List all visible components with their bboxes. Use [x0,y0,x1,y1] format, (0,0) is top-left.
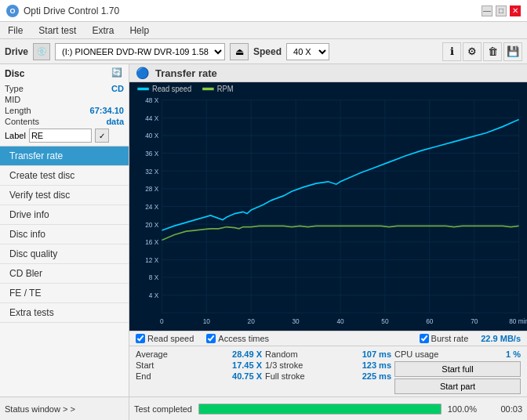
nav-label-create-test-disc: Create test disc [9,170,75,181]
access-times-checkbox-label[interactable]: Access times [206,334,269,343]
average-value: 28.49 X [232,349,262,359]
menu-help[interactable]: Help [126,24,152,37]
access-times-label: Access times [218,334,269,343]
disc-refresh-button[interactable]: 🔄 [111,67,124,80]
disc-label-input[interactable] [29,129,92,143]
burst-rate-value: 22.9 MB/s [481,334,521,343]
title-bar-left: O Opti Drive Control 1.70 [6,5,119,17]
status-text: Test completed [134,404,192,414]
start-part-button[interactable]: Start part [394,378,521,394]
stats-col-1: Average 28.49 X Start 17.45 X End 40.75 … [136,349,262,382]
cpu-usage-label: CPU usage [394,349,438,359]
read-speed-checkbox-label[interactable]: Read speed [136,334,194,343]
drive-icon: 💿 [33,43,50,60]
toolbar-btn-4[interactable]: 💾 [503,42,522,61]
menu-file[interactable]: File [5,24,26,37]
start-label: Start [136,360,154,370]
nav-item-extra-tests[interactable]: Extra tests [0,303,129,323]
full-stroke-value: 225 ms [362,371,391,381]
title-bar-text: Opti Drive Control 1.70 [24,5,119,16]
drive-bar: Drive 💿 (I:) PIONEER DVD-RW DVR-109 1.58… [0,39,527,64]
svg-text:36 X: 36 X [145,150,158,158]
title-bar-controls: — □ ✕ [482,5,521,16]
chart-title-bar: 🔵 Transfer rate [129,64,527,82]
nav-item-verify-test-disc[interactable]: Verify test disc [0,186,129,205]
chart-area: 🔵 Transfer rate Read speed RPM [129,64,527,396]
toolbar-btn-1[interactable]: ℹ [442,42,461,61]
status-window-button[interactable]: Status window > > [0,397,129,420]
stats-col-2: Random 107 ms 1/3 stroke 123 ms Full str… [265,349,391,382]
svg-text:30: 30 [293,317,300,325]
eject-button[interactable]: ⏏ [230,43,249,60]
app-icon: O [6,5,19,17]
toolbar-btn-2[interactable]: ⚙ [463,42,482,61]
svg-rect-3 [202,88,213,90]
menu-start-test[interactable]: Start test [35,24,79,37]
svg-text:16 X: 16 X [145,238,158,246]
svg-text:40: 40 [336,317,343,325]
svg-text:70: 70 [471,317,478,325]
toolbar-btn-3[interactable]: 🗑 [483,42,502,61]
svg-text:0: 0 [160,317,164,325]
menu-extra[interactable]: Extra [89,24,117,37]
svg-text:60: 60 [426,317,433,325]
nav-items: Transfer rateCreate test discVerify test… [0,147,129,323]
disc-label-label: Label [5,131,26,140]
progress-bar [198,404,442,415]
one-third-stroke-label: 1/3 stroke [265,360,303,370]
svg-text:Read speed: Read speed [152,85,191,93]
nav-label-disc-quality: Disc quality [9,248,57,259]
read-speed-checkbox[interactable] [136,334,145,343]
full-stroke-label: Full stroke [265,371,305,381]
average-label: Average [136,349,168,359]
disc-type-label: Type [5,84,24,93]
nav-label-fe-te: FE / TE [9,288,41,299]
burst-rate-checkbox-label[interactable]: Burst rate [420,334,469,343]
svg-text:48 X: 48 X [145,96,158,104]
speed-label: Speed [253,46,282,57]
access-times-checkbox[interactable] [206,334,216,343]
one-third-stroke-value: 123 ms [362,360,391,370]
nav-label-cd-bler: CD Bler [9,268,42,279]
end-value: 40.75 X [232,371,262,381]
minimize-button[interactable]: — [482,5,492,16]
nav-item-cd-bler[interactable]: CD Bler [0,264,129,284]
drive-select[interactable]: (I:) PIONEER DVD-RW DVR-109 1.58 [55,43,225,60]
nav-item-disc-info[interactable]: Disc info [0,225,129,244]
nav-item-transfer-rate[interactable]: Transfer rate [0,147,129,166]
status-bar: Status window > > Test completed 100.0% … [0,396,527,420]
speed-select[interactable]: 40 X [286,43,329,60]
burst-rate-checkbox[interactable] [420,334,429,343]
disc-length-value: 67:34.10 [90,106,124,115]
disc-mid-label: MID [5,95,20,104]
nav-label-verify-test-disc: Verify test disc [9,190,70,201]
maximize-button[interactable]: □ [496,5,507,16]
nav-item-drive-info[interactable]: Drive info [0,205,129,225]
end-label: End [136,371,151,381]
drive-label: Drive [5,46,28,57]
disc-section-title: Disc [5,68,24,79]
svg-text:24 X: 24 X [145,203,158,211]
disc-contents-value: data [106,117,124,126]
start-value: 17.45 X [232,360,262,370]
close-button[interactable]: ✕ [510,5,521,16]
nav-item-create-test-disc[interactable]: Create test disc [0,166,129,186]
progress-bar-fill [199,404,441,414]
svg-text:28 X: 28 X [145,185,158,193]
svg-text:4 X: 4 X [149,291,159,299]
disc-label-set-button[interactable]: ✓ [95,129,109,143]
svg-text:50: 50 [381,317,388,325]
stats-col-3: CPU usage 1 % Start full Start part [394,349,521,394]
disc-length-label: Length [5,106,31,115]
svg-text:32 X: 32 X [145,167,158,175]
start-full-button[interactable]: Start full [394,361,521,377]
status-right: Test completed 100.0% 00:03 [129,404,527,415]
progress-percent: 100.0% [448,404,477,414]
nav-item-disc-quality[interactable]: Disc quality [0,244,129,264]
nav-item-fe-te[interactable]: FE / TE [0,284,129,303]
svg-text:20 X: 20 X [145,220,158,228]
burst-rate-label: Burst rate [431,334,469,343]
svg-text:44 X: 44 X [145,114,158,121]
svg-text:20: 20 [248,317,255,325]
svg-text:8 X: 8 X [149,273,159,281]
